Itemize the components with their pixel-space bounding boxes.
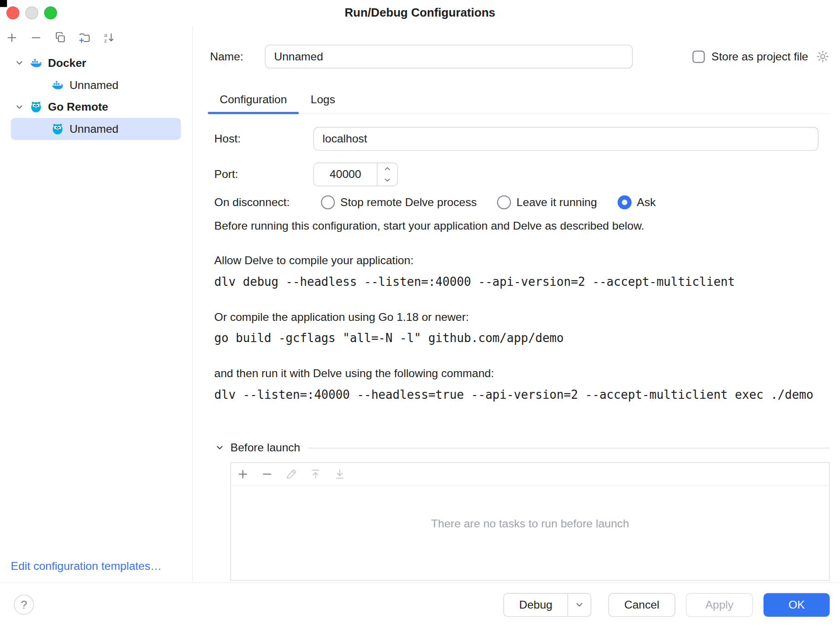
step-text: Allow Delve to compile your application: <box>214 253 818 268</box>
before-launch-header[interactable]: Before launch <box>214 440 830 455</box>
radio-selected-icon[interactable] <box>617 195 631 209</box>
apply-button[interactable]: Apply <box>686 593 753 616</box>
tab-logs[interactable]: Logs <box>299 88 347 113</box>
on-disconnect-options: Stop remote Delve process Leave it runni… <box>321 195 676 209</box>
tab-configuration[interactable]: Configuration <box>208 88 299 113</box>
store-as-project-file-group: Store as project file <box>692 49 830 63</box>
before-launch-title: Before launch <box>231 441 300 454</box>
tree-item-docker[interactable]: Docker <box>11 52 181 74</box>
arrow-up-icon <box>309 467 322 480</box>
host-label: Host: <box>214 132 314 145</box>
radio-icon[interactable] <box>321 195 335 209</box>
section-divider <box>308 448 830 448</box>
on-disconnect-label: On disconnect: <box>214 196 314 209</box>
radio-ask[interactable]: Ask <box>617 195 656 209</box>
name-row: Name: Store as project file <box>210 45 829 68</box>
intro-text: Before running this configuration, start… <box>214 219 818 233</box>
tree-item-go-remote[interactable]: Go Remote <box>11 96 181 118</box>
help-button[interactable]: ? <box>14 595 34 615</box>
radio-label: Stop remote Delve process <box>340 196 477 209</box>
chevron-down-icon[interactable] <box>214 443 225 453</box>
sort-alphabetically-button[interactable]: az <box>101 28 117 47</box>
dialog-footer: ? Debug Cancel Apply OK <box>0 582 840 627</box>
arrow-down-icon <box>333 467 346 480</box>
question-mark-icon: ? <box>21 598 27 611</box>
port-spinner <box>314 163 398 186</box>
radio-stop-remote-delve-process[interactable]: Stop remote Delve process <box>321 195 477 209</box>
name-label: Name: <box>210 50 265 63</box>
radio-leave-it-running[interactable]: Leave it running <box>497 195 597 209</box>
chevron-up-icon <box>384 166 392 172</box>
step-command: dlv debug --headless --listen=:40000 --a… <box>214 274 818 290</box>
zoom-button[interactable] <box>44 6 57 19</box>
debug-dropdown-button[interactable] <box>568 593 591 616</box>
radio-icon[interactable] <box>497 195 511 209</box>
copy-icon <box>54 31 67 44</box>
store-as-project-file-checkbox[interactable] <box>692 50 705 63</box>
step-compile-with-go: Or compile the application using Go 1.18… <box>214 309 818 346</box>
run-debug-configurations-dialog: Run/Debug Configurations <box>0 0 840 627</box>
store-as-project-file-label: Store as project file <box>711 50 808 63</box>
ok-button[interactable]: OK <box>763 593 830 616</box>
tree-item-docker-unnamed[interactable]: Unnamed <box>11 74 181 96</box>
plus-icon <box>237 467 249 480</box>
configurations-sidebar: az Docker Un <box>0 26 193 582</box>
tree-item-label: Docker <box>48 56 86 69</box>
step-run-with-delve: and then run it with Delve using the fol… <box>214 366 818 402</box>
radio-label: Leave it running <box>516 196 597 209</box>
add-configuration-button[interactable] <box>4 28 20 47</box>
remove-task-button[interactable] <box>260 467 273 480</box>
footer-buttons: Debug Cancel Apply OK <box>503 593 830 616</box>
add-task-button[interactable] <box>237 467 249 480</box>
edit-task-button[interactable] <box>285 467 298 480</box>
new-folder-icon <box>78 31 91 44</box>
remove-configuration-button[interactable] <box>28 28 44 47</box>
before-launch-task-list: There are no tasks to run before launch <box>231 462 830 581</box>
port-decrement-button[interactable] <box>378 174 397 186</box>
cancel-button[interactable]: Cancel <box>609 593 675 616</box>
docker-icon <box>51 78 65 92</box>
chevron-down-icon[interactable] <box>13 101 26 112</box>
minimize-button <box>25 6 38 19</box>
step-command: go build -gcflags "all=-N -l" github.com… <box>214 331 818 346</box>
tabbar: Configuration Logs <box>208 88 830 114</box>
minus-icon <box>260 467 273 480</box>
host-input[interactable] <box>314 127 818 151</box>
pencil-icon <box>285 467 298 480</box>
go-remote-icon <box>29 100 43 114</box>
debug-split-button[interactable]: Debug <box>503 593 591 616</box>
tree-item-label: Go Remote <box>48 101 108 113</box>
configuration-form: Name: Store as project file Configuratio… <box>193 26 840 582</box>
sort-az-icon: az <box>102 31 115 44</box>
step-text: Or compile the application using Go 1.18… <box>214 309 818 324</box>
port-stepper <box>377 163 397 186</box>
name-input[interactable] <box>265 45 633 68</box>
new-folder-button[interactable] <box>77 28 93 47</box>
debug-button[interactable]: Debug <box>504 593 568 616</box>
step-compile-with-delve: Allow Delve to compile your application:… <box>214 253 818 290</box>
sidebar-toolbar: az <box>4 28 192 47</box>
svg-text:z: z <box>104 37 107 43</box>
window-title: Run/Debug Configurations <box>345 6 496 20</box>
no-tasks-message: There are no tasks to run before launch <box>231 517 829 530</box>
plus-icon <box>6 31 18 44</box>
tree-item-go-remote-unnamed[interactable]: Unnamed <box>11 118 181 140</box>
window-corner-artifact <box>0 0 7 7</box>
configurations-tree: Docker Unnamed Go Remote <box>0 52 192 140</box>
chevron-down-icon <box>574 599 585 610</box>
port-input[interactable] <box>314 163 377 186</box>
copy-configuration-button[interactable] <box>52 28 68 47</box>
go-remote-icon <box>51 122 65 136</box>
chevron-down-icon <box>384 177 392 183</box>
port-increment-button[interactable] <box>378 163 397 175</box>
move-task-down-button[interactable] <box>333 467 346 480</box>
step-text: and then run it with Delve using the fol… <box>214 366 818 381</box>
close-button[interactable] <box>6 6 19 19</box>
radio-label: Ask <box>637 196 656 209</box>
svg-text:a: a <box>104 32 107 38</box>
gear-icon[interactable] <box>816 49 829 63</box>
chevron-down-icon[interactable] <box>13 57 26 68</box>
step-command: dlv --listen=:40000 --headless=true --ap… <box>214 388 818 403</box>
edit-configuration-templates-link[interactable]: Edit configuration templates… <box>11 560 161 573</box>
move-task-up-button[interactable] <box>309 467 322 480</box>
